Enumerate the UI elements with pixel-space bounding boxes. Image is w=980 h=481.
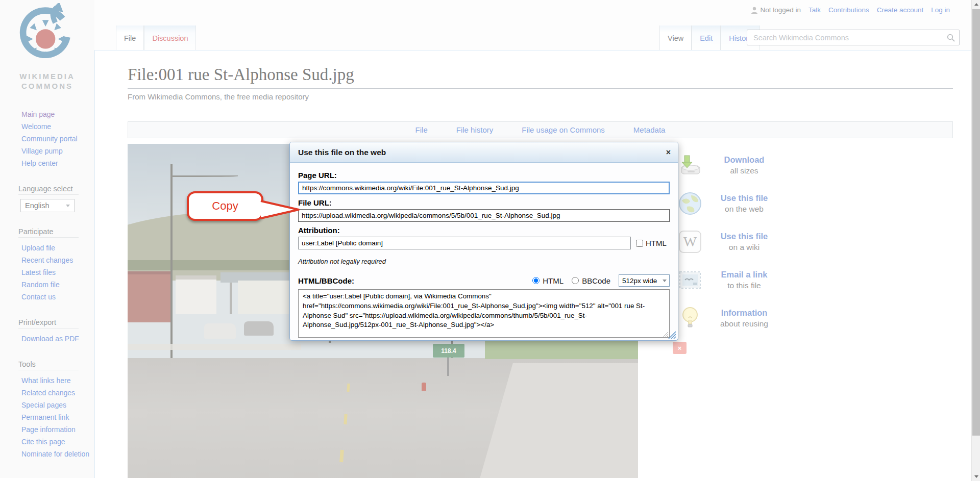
chevron-down-icon — [663, 280, 667, 282]
attribution-input[interactable] — [298, 237, 631, 249]
dialog-resize-handle[interactable] — [668, 331, 676, 339]
dialog-title: Use this file on the web — [298, 148, 386, 157]
size-selected-value: 512px wide — [622, 277, 657, 285]
scroll-down-icon — [974, 475, 978, 478]
html-radio[interactable] — [532, 277, 540, 284]
code-area-wrap: <a title="user:Label [Public domain], vi… — [298, 289, 670, 340]
page-url-input[interactable] — [298, 182, 670, 194]
html-bbcode-label: HTML/BBCode: — [298, 276, 354, 285]
attribution-note: Attribution not legally required — [298, 258, 670, 265]
size-select-dropdown[interactable]: 512px wide — [619, 274, 670, 287]
close-icon[interactable]: × — [666, 148, 671, 157]
dialog-body: Page URL: File URL: Attribution: HTML At… — [290, 163, 678, 345]
attribution-html-checkbox[interactable] — [636, 240, 643, 247]
html-radio-label[interactable]: HTML — [543, 276, 564, 285]
bbcode-radio-label[interactable]: BBCode — [582, 276, 610, 285]
scrollbar-down-button[interactable] — [972, 472, 980, 481]
file-url-label: File URL: — [298, 198, 670, 207]
scrollbar-thumb[interactable] — [972, 9, 980, 436]
attribution-row: HTML — [298, 237, 670, 249]
html-bbcode-row: HTML/BBCode: HTML BBCode 512px wide — [298, 274, 670, 287]
copy-callout-arrow — [260, 200, 301, 219]
browser-viewport: WIKIMEDIA COMMONS Main page Welcome Comm… — [0, 0, 980, 481]
scroll-up-icon — [974, 3, 978, 6]
scrollbar-up-button[interactable] — [972, 0, 980, 9]
dialog-header[interactable]: Use this file on the web × — [290, 142, 678, 163]
copy-callout-label: Copy — [212, 199, 238, 213]
copy-annotation-callout: Copy — [187, 191, 263, 221]
copy-callout-bubble: Copy — [187, 191, 263, 221]
embed-code-textarea[interactable]: <a title="user:Label [Public domain], vi… — [298, 289, 670, 338]
html-bbcode-options: HTML BBCode 512px wide — [532, 274, 670, 287]
attribution-label: Attribution: — [298, 226, 670, 235]
vertical-scrollbar[interactable] — [971, 0, 980, 481]
attribution-html-checkbox-label: HTML — [646, 239, 667, 247]
bottom-strip — [0, 478, 971, 481]
textarea-resize-handle[interactable] — [663, 331, 668, 337]
bbcode-radio[interactable] — [572, 277, 579, 284]
use-this-file-dialog: Use this file on the web × Page URL: Fil… — [289, 142, 678, 341]
page-url-label: Page URL: — [298, 171, 670, 180]
file-url-input[interactable] — [298, 209, 670, 222]
